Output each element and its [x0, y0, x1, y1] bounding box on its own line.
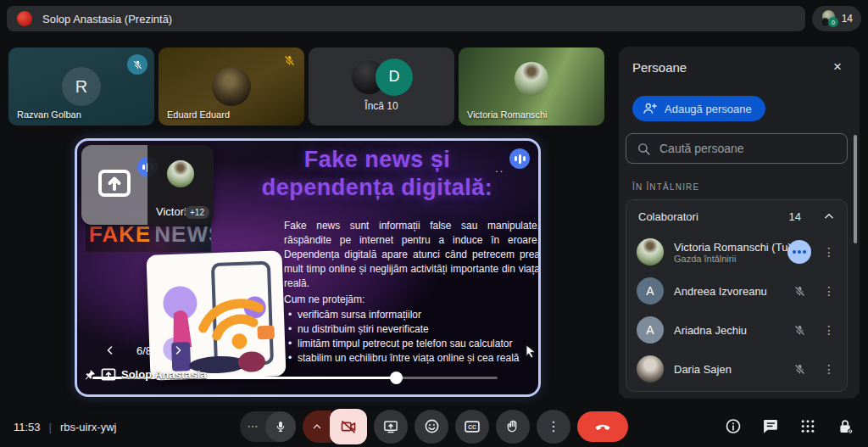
- host-controls-button[interactable]: [837, 417, 854, 435]
- slide-bullet: nu distribuim știri neverificate: [284, 322, 540, 337]
- kebab-icon: ⋮: [547, 418, 560, 434]
- present-screen-icon: [101, 368, 116, 381]
- people-panel-title: Persoane: [632, 60, 687, 75]
- participants-count-button[interactable]: 0 14: [812, 6, 861, 31]
- utility-controls: [725, 417, 854, 435]
- slide-navigation: 6/8: [103, 343, 186, 358]
- participant-menu-button[interactable]: ⋮: [821, 323, 837, 337]
- chevron-up-icon[interactable]: [823, 210, 835, 222]
- activities-button[interactable]: [799, 418, 816, 435]
- info-icon: [725, 418, 742, 435]
- participant-row: Victoria Romanschi (Tu) Gazda întâlnirii…: [626, 232, 847, 271]
- slide-bullet: limităm timpul petrecut pe telefon sau c…: [284, 337, 540, 351]
- present-screen-button[interactable]: [374, 410, 408, 444]
- tile-name: Razvan Golban: [17, 109, 81, 120]
- hand-icon: [505, 419, 520, 434]
- slide-bullet-list: verificăm sursa informațiilor nu distrib…: [284, 308, 540, 366]
- lock-icon: [837, 417, 854, 435]
- avatar: A: [637, 316, 664, 344]
- speaking-indicator-icon: [787, 240, 811, 264]
- present-screen-icon: [97, 169, 131, 201]
- presenter-avatar: [17, 11, 32, 26]
- pip-overflow-badge: +12: [185, 206, 209, 219]
- avatar: [637, 355, 664, 383]
- svg-text:CC: CC: [468, 424, 476, 430]
- add-people-label: Adaugă persoane: [665, 103, 752, 115]
- collaborators-group: Colaboratori 14 Victoria Romanschi (Tu) …: [626, 199, 848, 392]
- slide-bullet: verificăm sursa informațiilor: [284, 308, 540, 322]
- mic-options-dots[interactable]: ⋯: [240, 420, 265, 433]
- avatar: 0: [828, 17, 838, 27]
- collaborators-header[interactable]: Colaboratori 14: [626, 200, 847, 232]
- avatar-stack: 0: [821, 9, 837, 28]
- collaborators-count: 14: [789, 210, 801, 223]
- participant-menu-button[interactable]: ⋮: [821, 362, 837, 376]
- apps-grid-icon: [799, 418, 816, 435]
- end-call-button[interactable]: [577, 411, 628, 442]
- wifi-illustration: [146, 250, 286, 380]
- people-panel: Persoane × Adaugă persoane ÎN ÎNTÂLNIRE …: [619, 47, 860, 399]
- slide-title: Fake news și dependența digitală:: [221, 146, 533, 202]
- more-participants-label: Încă 10: [309, 100, 454, 112]
- pip-camera-cell[interactable]: Victoria +12: [147, 145, 214, 225]
- video-tile-razvan[interactable]: R Razvan Golban: [8, 47, 154, 126]
- captions-button[interactable]: CC: [455, 410, 489, 444]
- avatar: [515, 62, 548, 96]
- participant-row: A Andreea Izvoreanu ⋮: [626, 271, 847, 310]
- participant-menu-button[interactable]: ⋮: [821, 284, 837, 298]
- media-progress-thumb[interactable]: [390, 372, 403, 384]
- video-tile-eduard[interactable]: Eduard Eduard: [159, 47, 304, 126]
- more-options-button[interactable]: ⋮: [537, 410, 570, 444]
- previous-slide-button[interactable]: [103, 343, 118, 358]
- present-screen-icon: [383, 419, 398, 434]
- participant-name: Daria Sajen: [674, 363, 777, 376]
- slide-list-heading: Cum ne protejăm:: [284, 293, 540, 307]
- next-slide-button[interactable]: [170, 343, 186, 358]
- search-box[interactable]: [626, 133, 848, 164]
- presentation-source-label: Solop Anastasia: [84, 368, 207, 381]
- participant-menu-button[interactable]: ⋮: [821, 245, 837, 259]
- mic-off-icon: [787, 363, 811, 376]
- avatar: [167, 160, 194, 187]
- shared-screen-tile[interactable]: Fake news și dependența digitală: FAKE N…: [75, 138, 541, 397]
- add-people-button[interactable]: Adaugă persoane: [632, 96, 765, 121]
- mouse-cursor: [525, 344, 537, 361]
- meet-window: Solop Anastasia (Prezintă) 0 14 R Razvan…: [0, 0, 868, 447]
- participant-name: Andreea Izvoreanu: [674, 285, 777, 298]
- meeting-details-button[interactable]: [725, 418, 742, 435]
- camera-off-icon[interactable]: [330, 409, 367, 444]
- avatar: D: [376, 59, 413, 96]
- mic-off-icon: [787, 285, 811, 298]
- mic-off-icon: [787, 324, 811, 337]
- participant-role: Gazda întâlnirii: [674, 254, 777, 264]
- collaborators-label: Colaboratori: [638, 210, 789, 223]
- presenter-banner-label: Solop Anastasia (Prezintă): [42, 13, 172, 25]
- self-view-pip[interactable]: Victoria +12: [81, 145, 214, 225]
- mic-icon: [265, 411, 296, 442]
- avatar: [212, 67, 251, 106]
- pip-share-cell[interactable]: [81, 145, 147, 225]
- search-people-input[interactable]: [659, 142, 837, 155]
- video-tile-more-participants[interactable]: D Încă 10: [309, 47, 454, 126]
- presenter-banner[interactable]: Solop Anastasia (Prezintă): [7, 6, 805, 31]
- chat-button[interactable]: [762, 418, 779, 435]
- captions-icon: CC: [464, 418, 481, 435]
- audio-indicator-icon: [509, 148, 530, 169]
- microphone-button[interactable]: ⋯: [240, 411, 296, 442]
- slide-bullet: stabilim un echilibru între viața online…: [284, 351, 540, 366]
- camera-button[interactable]: [303, 409, 367, 444]
- reactions-button[interactable]: [415, 410, 448, 444]
- video-tile-victoria[interactable]: Victoria Romanschi: [459, 47, 604, 126]
- mic-off-icon: [127, 54, 147, 75]
- raise-hand-button[interactable]: [496, 410, 530, 444]
- tile-name: Victoria Romanschi: [467, 109, 548, 120]
- chat-icon: [762, 418, 779, 435]
- scrollbar-thumb[interactable]: [854, 135, 857, 243]
- hang-up-icon: [593, 417, 612, 436]
- participant-row: A Ariadna Jechiu ⋮: [626, 310, 847, 349]
- camera-options-button[interactable]: [303, 411, 331, 443]
- tile-name: Eduard Eduard: [167, 109, 230, 120]
- close-icon[interactable]: ×: [826, 55, 849, 79]
- search-icon: [637, 142, 651, 156]
- avatar: [637, 238, 664, 265]
